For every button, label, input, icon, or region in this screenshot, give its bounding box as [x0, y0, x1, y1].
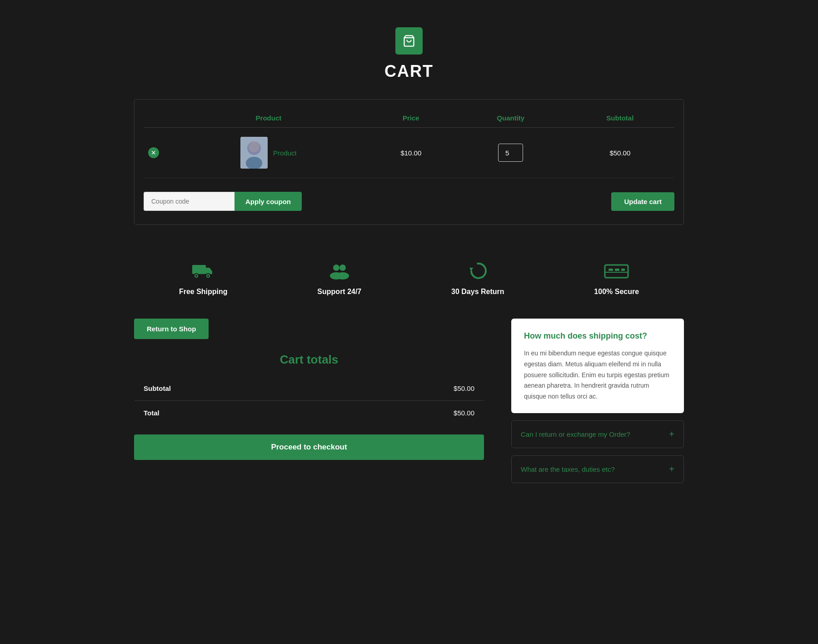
secure-icon	[604, 261, 629, 282]
product-image-svg	[240, 137, 268, 169]
update-cart-button[interactable]: Update cart	[611, 192, 674, 211]
cart-table: Product Price Quantity Subtotal ✕	[144, 109, 674, 178]
feature-secure: 100% Secure	[594, 261, 639, 296]
faq-item-2-label: What are the taxes, duties etc?	[521, 465, 615, 473]
cart-header: CART	[134, 27, 684, 81]
page-title: CART	[134, 62, 684, 81]
return-icon	[468, 261, 488, 282]
faq-plus-icon-1: +	[669, 429, 674, 439]
svg-rect-4	[192, 265, 206, 274]
svg-point-12	[336, 272, 349, 280]
totals-table: Subtotal $50.00 Total $50.00	[134, 376, 484, 425]
cart-table-container: Product Price Quantity Subtotal ✕	[134, 99, 684, 225]
feature-support: Support 24/7	[317, 261, 361, 296]
col-subtotal: Subtotal	[566, 109, 674, 128]
table-row: ✕ Product	[144, 128, 674, 178]
faq-main-title: How much does shipping cost?	[524, 331, 671, 341]
proceed-to-checkout-button[interactable]: Proceed to checkout	[134, 434, 484, 460]
product-price: $10.00	[366, 128, 456, 178]
feature-free-shipping: Free Shipping	[179, 261, 228, 296]
cart-totals-title: Cart totals	[134, 353, 484, 367]
support-label: Support 24/7	[317, 288, 361, 296]
svg-rect-16	[615, 269, 619, 271]
total-value: $50.00	[322, 401, 484, 425]
quantity-input[interactable]	[498, 144, 523, 162]
faq-plus-icon-2: +	[669, 464, 674, 474]
product-subtotal: $50.00	[566, 128, 674, 178]
svg-rect-17	[621, 269, 625, 271]
truck-icon	[192, 261, 214, 282]
total-row: Total $50.00	[135, 401, 484, 425]
right-column: How much does shipping cost? In eu mi bi…	[511, 319, 684, 490]
col-quantity: Quantity	[456, 109, 566, 128]
col-price: Price	[366, 109, 456, 128]
col-product: Product	[171, 109, 366, 128]
faq-item-1[interactable]: Can I return or exchange my Order? +	[511, 420, 684, 448]
svg-point-8	[207, 275, 209, 277]
faq-item-2[interactable]: What are the taxes, duties etc? +	[511, 455, 684, 483]
subtotal-row: Subtotal $50.00	[135, 376, 484, 401]
left-column: Return to Shop Cart totals Subtotal $50.…	[134, 319, 484, 460]
svg-rect-15	[609, 269, 613, 271]
product-link[interactable]: Product	[273, 149, 297, 157]
total-label: Total	[135, 401, 323, 425]
coupon-row: Apply coupon Update cart	[144, 192, 674, 211]
free-shipping-label: Free Shipping	[179, 288, 228, 296]
faq-item-1-label: Can I return or exchange my Order?	[521, 430, 630, 438]
svg-point-10	[339, 265, 346, 271]
faq-main-card: How much does shipping cost? In eu mi bi…	[511, 319, 684, 413]
feature-return: 30 Days Return	[451, 261, 504, 296]
subtotal-value: $50.00	[322, 376, 484, 401]
remove-item-button[interactable]: ✕	[148, 147, 159, 158]
features-bar: Free Shipping Support 24/7	[134, 248, 684, 319]
coupon-input[interactable]	[144, 192, 234, 211]
return-to-shop-button[interactable]: Return to Shop	[134, 319, 209, 339]
svg-rect-14	[605, 265, 628, 278]
cart-icon-box	[395, 27, 423, 55]
svg-marker-13	[469, 268, 473, 271]
support-icon	[328, 261, 351, 282]
subtotal-label: Subtotal	[135, 376, 323, 401]
coupon-left: Apply coupon	[144, 192, 302, 211]
cart-icon	[403, 35, 415, 47]
apply-coupon-button[interactable]: Apply coupon	[234, 192, 302, 211]
faq-main-text: In eu mi bibendum neque egestas congue q…	[524, 348, 671, 402]
col-remove	[144, 109, 171, 128]
svg-point-7	[195, 275, 197, 277]
product-image	[240, 137, 268, 169]
svg-point-2	[249, 141, 259, 152]
svg-point-9	[333, 265, 339, 271]
bottom-section: Return to Shop Cart totals Subtotal $50.…	[134, 319, 684, 490]
secure-label: 100% Secure	[594, 288, 639, 296]
return-label: 30 Days Return	[451, 288, 504, 296]
